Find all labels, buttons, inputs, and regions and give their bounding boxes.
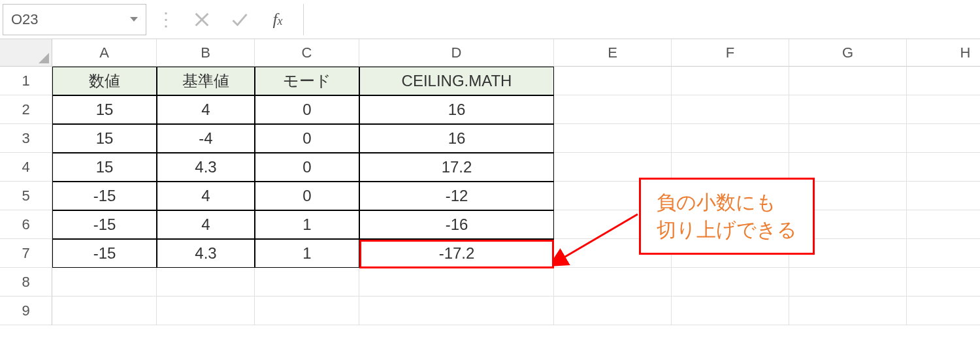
select-all-corner[interactable] [0,39,52,67]
annotation-line2: 切り上げできる [657,216,797,244]
table-row: 15 4.3 0 17.2 [52,153,980,182]
table-row: -15 4 0 -12 [52,182,980,210]
cell-A5[interactable]: -15 [52,182,157,210]
cell-D1[interactable]: CEILING.MATH [359,67,554,95]
cell-D5[interactable]: -12 [359,182,554,210]
cell-G1[interactable] [789,67,907,95]
row-header-3[interactable]: 3 [0,124,52,153]
cell-B5[interactable]: 4 [157,182,255,210]
cell-D4[interactable]: 17.2 [359,153,554,182]
separator-icon: ⋮ [152,8,180,30]
table-row: 数値 基準値 モード CEILING.MATH [52,67,980,95]
cell-C3[interactable]: 0 [255,124,359,153]
annotation-callout: 負の小数にも 切り上げできる [639,178,815,255]
cell-D9[interactable] [359,297,554,325]
col-header-F[interactable]: F [672,39,789,67]
cell-G9[interactable] [789,297,907,325]
cell-F3[interactable] [672,124,789,153]
col-header-C[interactable]: C [255,39,359,67]
cell-F1[interactable] [672,67,789,95]
cell-A3[interactable]: 15 [52,124,157,153]
row-header-2[interactable]: 2 [0,95,52,124]
cell-G2[interactable] [789,95,907,124]
cell-A7[interactable]: -15 [52,239,157,268]
cell-H7[interactable] [907,239,980,268]
cell-H2[interactable] [907,95,980,124]
cell-D7[interactable]: -17.2 [359,239,554,268]
cell-A1[interactable]: 数値 [52,67,157,95]
cell-G3[interactable] [789,124,907,153]
table-row: 15 4 0 16 [52,95,980,124]
cell-B4[interactable]: 4.3 [157,153,255,182]
chevron-down-icon[interactable] [130,17,138,22]
table-row: 15 -4 0 16 [52,124,980,153]
cell-B6[interactable]: 4 [157,210,255,239]
cell-C6[interactable]: 1 [255,210,359,239]
cell-B8[interactable] [157,268,255,297]
cell-H8[interactable] [907,268,980,297]
cell-F9[interactable] [672,297,789,325]
col-header-B[interactable]: B [157,39,255,67]
cancel-icon [186,4,218,35]
row-header-7[interactable]: 7 [0,239,52,268]
row-header-1[interactable]: 1 [0,67,52,95]
table-row: -15 4 1 -16 [52,210,980,239]
col-header-E[interactable]: E [554,39,672,67]
name-box[interactable]: O23 [3,4,146,35]
cell-B9[interactable] [157,297,255,325]
cell-D6[interactable]: -16 [359,210,554,239]
cell-H5[interactable] [907,182,980,210]
cell-D3[interactable]: 16 [359,124,554,153]
cell-A9[interactable] [52,297,157,325]
cell-E9[interactable] [554,297,672,325]
cell-E1[interactable] [554,67,672,95]
table-row: -15 4.3 1 -17.2 [52,239,980,268]
cell-B3[interactable]: -4 [157,124,255,153]
cell-E3[interactable] [554,124,672,153]
cell-H1[interactable] [907,67,980,95]
row-header-8[interactable]: 8 [0,268,52,297]
cell-C7[interactable]: 1 [255,239,359,268]
cell-H3[interactable] [907,124,980,153]
fx-icon[interactable]: fx [261,4,294,35]
col-header-A[interactable]: A [52,39,157,67]
cell-H4[interactable] [907,153,980,182]
cell-A8[interactable] [52,268,157,297]
cell-A2[interactable]: 15 [52,95,157,124]
row-header-5[interactable]: 5 [0,182,52,210]
cell-C8[interactable] [255,268,359,297]
cell-G8[interactable] [789,268,907,297]
col-header-H[interactable]: H [907,39,980,67]
cell-F2[interactable] [672,95,789,124]
cell-B1[interactable]: 基準値 [157,67,255,95]
spreadsheet-grid: 1 2 3 4 5 6 7 8 9 A B C D E F G H 数値 基準値… [0,39,980,325]
cell-E2[interactable] [554,95,672,124]
row-header-9[interactable]: 9 [0,297,52,325]
cell-B2[interactable]: 4 [157,95,255,124]
cell-C1[interactable]: モード [255,67,359,95]
row-header-4[interactable]: 4 [0,153,52,182]
cell-E8[interactable] [554,268,672,297]
cell-C5[interactable]: 0 [255,182,359,210]
cell-C9[interactable] [255,297,359,325]
grid-columns: A B C D E F G H 数値 基準値 モード CEILING.MATH … [52,39,980,325]
cell-H6[interactable] [907,210,980,239]
col-header-D[interactable]: D [359,39,554,67]
cell-A4[interactable]: 15 [52,153,157,182]
column-headers: A B C D E F G H [52,39,980,67]
name-box-value: O23 [11,11,39,28]
cell-C4[interactable]: 0 [255,153,359,182]
cell-H9[interactable] [907,297,980,325]
enter-icon [223,4,256,35]
annotation-line1: 負の小数にも [657,189,797,216]
cell-D2[interactable]: 16 [359,95,554,124]
cell-B7[interactable]: 4.3 [157,239,255,268]
row-headers: 1 2 3 4 5 6 7 8 9 [0,39,52,325]
cell-A6[interactable]: -15 [52,210,157,239]
cell-F8[interactable] [672,268,789,297]
cell-D8[interactable] [359,268,554,297]
row-header-6[interactable]: 6 [0,210,52,239]
formula-input[interactable] [303,4,980,35]
cell-C2[interactable]: 0 [255,95,359,124]
col-header-G[interactable]: G [789,39,907,67]
